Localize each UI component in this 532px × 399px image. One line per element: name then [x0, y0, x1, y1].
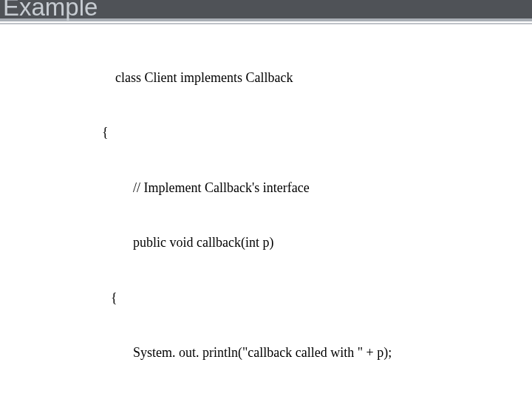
- code-line: // Implement Callback's interface: [0, 179, 532, 197]
- code-line: System. out. println("callback called wi…: [0, 344, 532, 362]
- code-line: class Client implements Callback: [0, 69, 532, 87]
- code-block: class Client implements Callback { // Im…: [0, 32, 532, 399]
- code-line: {: [0, 123, 532, 142]
- title-divider-thin: [0, 23, 532, 24]
- slide-title: Example: [3, 0, 98, 21]
- code-line: public void callback(int p): [0, 233, 532, 252]
- code-line: {: [0, 289, 532, 307]
